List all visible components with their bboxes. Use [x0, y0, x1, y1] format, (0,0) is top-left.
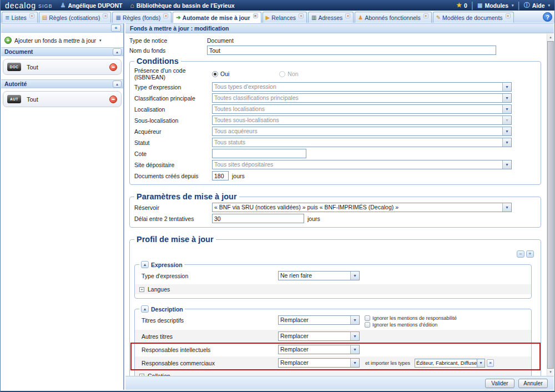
- current-user[interactable]: ♟ Angélique DUPONT: [60, 2, 123, 9]
- expression-title: Expression: [151, 262, 183, 268]
- cote-input[interactable]: [212, 149, 306, 158]
- expand-all-button[interactable]: +: [526, 250, 534, 258]
- close-icon[interactable]: ×: [253, 13, 258, 18]
- remove-icon[interactable]: [109, 96, 117, 103]
- tab-listes[interactable]: ≣ Listes ×: [2, 12, 38, 23]
- sous-localisation-label: Sous-localisation: [134, 117, 212, 124]
- collapse-section-button[interactable]: ▴: [141, 305, 149, 313]
- classification-select[interactable]: Toutes classifications principales ▼: [212, 93, 512, 103]
- chevron-down-icon[interactable]: ▼: [350, 345, 359, 354]
- created-days-input[interactable]: 180: [212, 171, 229, 180]
- collapse-all-button[interactable]: −: [517, 250, 524, 258]
- favorites-indicator[interactable]: ★ 0: [456, 2, 467, 9]
- chevron-down-icon[interactable]: ▼: [502, 138, 511, 147]
- close-icon[interactable]: ×: [29, 13, 34, 18]
- chevron-down-icon[interactable]: ▼: [477, 359, 485, 368]
- tab-abonnes-fonctionnels[interactable]: ♟ Abonnés fonctionnels ×: [355, 12, 431, 23]
- ignorer-responsabilite-checkbox[interactable]: [365, 315, 370, 321]
- import-types-combo[interactable]: Éditeur, Fabricant, Diffuseur d ▼ ×: [415, 359, 494, 368]
- titres-descriptifs-select[interactable]: Remplacer ▼: [278, 315, 360, 325]
- sidebar: « + Ajouter un fonds à mettre à jour ▾ D…: [1, 23, 124, 390]
- type-expression-select[interactable]: Tous types d'expression ▼: [212, 82, 512, 92]
- langues-collapsed-row[interactable]: + Langues: [135, 284, 531, 294]
- chevron-down-icon[interactable]: ▼: [502, 160, 511, 169]
- expression-type-select[interactable]: Ne rien faire ▼: [278, 271, 360, 280]
- responsables-intellectuels-select[interactable]: Remplacer ▼: [278, 345, 360, 354]
- application-window: decalog SIGB ♟ Angélique DUPONT ⌂ Biblio…: [0, 0, 555, 392]
- chevron-down-icon[interactable]: ▼: [502, 83, 511, 91]
- vertical-scrollbar[interactable]: ▲ ▼: [547, 34, 554, 376]
- acquereur-label: Acquéreur: [134, 128, 212, 135]
- close-icon[interactable]: ×: [163, 13, 168, 18]
- acquereur-select[interactable]: Tous acquéreurs ▼: [212, 127, 512, 136]
- scrollbar-thumb[interactable]: [547, 41, 554, 369]
- annuler-button[interactable]: Annuler: [518, 379, 548, 388]
- scroll-up-icon[interactable]: ▲: [547, 34, 554, 41]
- collation-collapsed-row[interactable]: + Collation: [135, 371, 531, 376]
- collapse-section-button[interactable]: ▴: [141, 261, 149, 268]
- sous-localisation-select[interactable]: Toutes sous-localisations ▼: [212, 115, 512, 125]
- remove-icon[interactable]: [109, 63, 117, 71]
- home-icon: ⌂: [130, 2, 134, 9]
- chevron-down-icon[interactable]: ▼: [502, 127, 511, 135]
- action-bar: Valider Annuler: [125, 376, 554, 390]
- doc-badge-icon: DOC: [7, 63, 21, 71]
- chevron-down-icon[interactable]: ▼: [350, 272, 359, 280]
- chevron-down-icon[interactable]: ▼: [350, 332, 359, 340]
- select-value: Toutes localisations: [213, 105, 502, 113]
- collapse-sidebar-button[interactable]: «: [111, 24, 121, 32]
- reservoir-select[interactable]: « BNF via SRU (notices validées) » puis …: [212, 203, 512, 212]
- collapse-section-button[interactable]: ▴: [113, 48, 122, 56]
- help-label: Aide: [532, 2, 545, 9]
- responsables-commerciaux-select[interactable]: Remplacer ▼: [278, 358, 360, 368]
- horn-icon: ▶: [266, 14, 270, 21]
- fonds-item-autorite[interactable]: AUT Tout: [3, 91, 122, 107]
- titres-descriptifs-label: Titres descriptifs: [139, 315, 278, 324]
- close-icon[interactable]: ×: [423, 13, 428, 18]
- clear-icon[interactable]: ×: [487, 359, 494, 367]
- statut-select[interactable]: Tous statuts ▼: [212, 138, 512, 147]
- close-icon[interactable]: ×: [299, 13, 304, 18]
- tab-regles-fonds[interactable]: ▦ Règles (fonds) ×: [112, 12, 171, 23]
- chevron-down-icon[interactable]: ▼: [502, 94, 511, 102]
- code-label: Présence d'un code (ISBN/EAN): [134, 67, 212, 81]
- close-icon[interactable]: ×: [345, 13, 350, 18]
- collapse-section-button[interactable]: ▴: [113, 81, 122, 88]
- tab-adresses[interactable]: ▥ Adresses ×: [308, 12, 354, 23]
- help-button[interactable]: ?: [543, 12, 552, 22]
- ignorer-edition-checkbox[interactable]: [365, 322, 370, 328]
- tab-modeles-documents[interactable]: ✎ Modèles de documents ×: [433, 12, 514, 23]
- description-title: Description: [151, 306, 183, 313]
- tab-relances[interactable]: ▶ Relances ×: [263, 12, 307, 23]
- scroll-down-icon[interactable]: ▼: [547, 369, 554, 376]
- chevron-down-icon[interactable]: ▼: [350, 316, 359, 324]
- nom-fonds-label: Nom du fonds: [129, 47, 207, 54]
- chevron-down-icon[interactable]: ▼: [502, 203, 511, 212]
- nom-fonds-input[interactable]: Tout: [207, 46, 496, 55]
- modules-label: Modules: [485, 2, 508, 9]
- radio-non[interactable]: [279, 71, 285, 77]
- close-icon[interactable]: ×: [103, 13, 108, 18]
- radio-oui[interactable]: [212, 71, 218, 77]
- modules-menu[interactable]: ▦ Modules ▾: [477, 2, 514, 9]
- help-menu[interactable]: ⓘ Aide ▾: [524, 1, 550, 9]
- add-fonds-link[interactable]: + Ajouter un fonds à mettre à jour ▾: [1, 33, 123, 47]
- tab-label: Automate de mise à jour: [183, 14, 250, 21]
- expand-icon[interactable]: +: [139, 287, 144, 292]
- tab-regles-cotisations[interactable]: ▤ Règles (cotisations) ×: [39, 12, 112, 23]
- close-icon[interactable]: ×: [506, 13, 511, 18]
- parametres-legend: Paramètres de mise à jour: [134, 192, 239, 201]
- documents-crees-label: Documents créés depuis: [134, 173, 212, 179]
- chevron-down-icon[interactable]: ▼: [502, 105, 511, 113]
- fonds-item-document[interactable]: DOC Tout: [3, 59, 122, 75]
- delai-input[interactable]: 30: [212, 214, 304, 223]
- library-name: Bibliothèque du bassin de l'Eyrieux: [137, 2, 235, 9]
- site-depositaire-select[interactable]: Tous sites dépositaires ▼: [212, 160, 512, 169]
- valider-button[interactable]: Valider: [485, 379, 514, 388]
- localisation-select[interactable]: Toutes localisations ▼: [212, 104, 512, 114]
- tab-automate-mise-a-jour[interactable]: ➔ Automate de mise à jour ×: [173, 12, 261, 23]
- separator: |: [471, 1, 473, 11]
- autres-titres-select[interactable]: Remplacer ▼: [278, 331, 360, 341]
- current-library[interactable]: ⌂ Bibliothèque du bassin de l'Eyrieux: [130, 2, 234, 9]
- chevron-down-icon[interactable]: ▼: [350, 359, 359, 367]
